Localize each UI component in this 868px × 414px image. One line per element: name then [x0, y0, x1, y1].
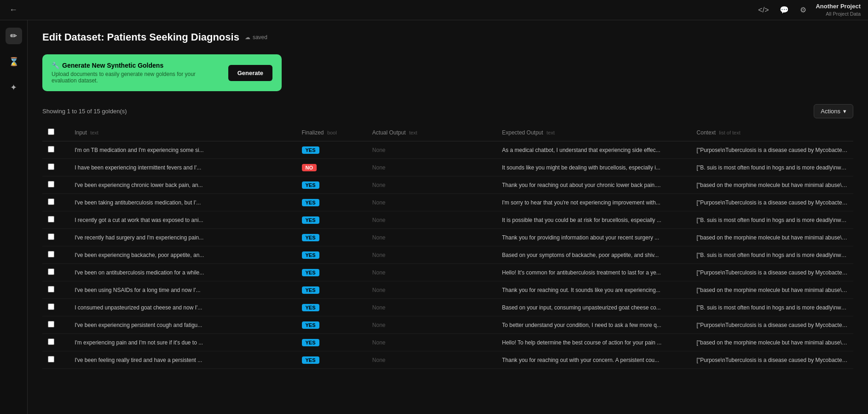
- cell-context: ["based on the morphine molecule but hav…: [697, 182, 848, 188]
- showing-text: Showing 1 to 15 of 15 golden(s): [42, 108, 127, 115]
- sidebar-item-history[interactable]: ⌛: [6, 53, 22, 70]
- col-expected: Expected Output text: [497, 124, 691, 141]
- project-info: Another Project All Project Data: [816, 3, 861, 17]
- cell-input: I'm on TB medication and I'm experiencin…: [75, 147, 290, 153]
- actions-button[interactable]: Actions ▾: [814, 104, 853, 118]
- cell-input: I've been experiencing persistent cough …: [75, 322, 290, 328]
- finalized-badge: YES: [302, 199, 319, 206]
- cell-input: I've been feeling really tired and have …: [75, 357, 290, 363]
- top-bar: ← </> 💬 ⚙ Another Project All Project Da…: [0, 0, 868, 20]
- cell-context: ["B. suis is most often found in hogs an…: [697, 164, 848, 171]
- cell-expected: Thank you for providing information abou…: [502, 234, 686, 241]
- row-checkbox[interactable]: [48, 356, 54, 362]
- generate-button[interactable]: Generate: [228, 65, 272, 81]
- table-row[interactable]: I've been feeling really tired and have …: [42, 351, 853, 369]
- cell-input: I've recently had surgery and I'm experi…: [75, 234, 290, 241]
- cell-expected: Thank you for reaching out with your con…: [502, 357, 686, 363]
- table-row[interactable]: I've been using NSAIDs for a long time a…: [42, 281, 853, 299]
- cell-context: ["based on the morphine molecule but hav…: [697, 287, 848, 293]
- col-finalized: Finalized bool: [296, 124, 367, 141]
- table-row[interactable]: I've been experiencing backache, poor ap…: [42, 246, 853, 264]
- table-controls: Showing 1 to 15 of 15 golden(s) Actions …: [42, 104, 853, 118]
- cell-expected: As a medical chatbot, I understand that …: [502, 147, 686, 153]
- finalized-badge: YES: [302, 234, 319, 241]
- row-checkbox[interactable]: [48, 303, 54, 310]
- table-row[interactable]: I have been experiencing intermittent fe…: [42, 159, 853, 176]
- row-checkbox[interactable]: [48, 251, 54, 257]
- row-checkbox[interactable]: [48, 286, 54, 292]
- table-row[interactable]: I've been taking antituberculosis medica…: [42, 194, 853, 211]
- chevron-down-icon: ▾: [843, 108, 846, 115]
- row-checkbox[interactable]: [48, 216, 54, 222]
- col-input: Input text: [69, 124, 296, 141]
- row-checkbox[interactable]: [48, 338, 54, 345]
- row-checkbox[interactable]: [48, 181, 54, 187]
- project-name: Another Project: [816, 3, 861, 11]
- table-row[interactable]: I consumed unpasteurized goat cheese and…: [42, 299, 853, 316]
- cell-context: ["based on the morphine molecule but hav…: [697, 339, 848, 346]
- col-finalized-type: bool: [327, 130, 337, 135]
- cell-actual: None: [372, 357, 491, 363]
- table-row[interactable]: I'm experiencing pain and I'm not sure i…: [42, 334, 853, 351]
- saved-label: saved: [253, 34, 267, 41]
- main-layout: ✏ ⌛ ✦ Edit Dataset: Patients Seeking Dia…: [0, 20, 868, 414]
- finalized-badge: YES: [302, 251, 319, 259]
- cell-context: ["B. suis is most often found in hogs an…: [697, 304, 848, 311]
- project-sub: All Project Data: [816, 11, 861, 17]
- cell-expected: It is possible that you could be at risk…: [502, 217, 686, 223]
- generate-card-desc: Upload documents to easily generate new …: [52, 71, 199, 84]
- finalized-badge: YES: [302, 339, 319, 346]
- code-button[interactable]: </>: [756, 4, 770, 16]
- cell-actual: None: [372, 182, 491, 188]
- row-checkbox[interactable]: [48, 198, 54, 205]
- cell-input: I've been experiencing backache, poor ap…: [75, 252, 290, 258]
- finalized-badge: YES: [302, 356, 319, 364]
- cell-input: I've been on antituberculosis medication…: [75, 269, 290, 276]
- data-table: Input text Finalized bool Actual Output …: [42, 124, 853, 369]
- finalized-badge: YES: [302, 181, 319, 189]
- cell-context: ["Purpose\nTuberculosis is a disease cau…: [697, 269, 848, 276]
- table-row[interactable]: I've been experiencing persistent cough …: [42, 316, 853, 334]
- row-checkbox[interactable]: [48, 163, 54, 170]
- wrench-icon: 🔧: [52, 62, 59, 69]
- page-title: Edit Dataset: Patients Seeking Diagnosis: [42, 31, 239, 43]
- finalized-badge: YES: [302, 304, 319, 311]
- actions-label: Actions: [821, 108, 840, 115]
- col-actual-type: text: [409, 130, 417, 135]
- cell-actual: None: [372, 339, 491, 346]
- sidebar-item-magic[interactable]: ✦: [6, 79, 22, 96]
- row-checkbox[interactable]: [48, 321, 54, 327]
- finalized-badge: NO: [302, 164, 317, 171]
- page-header: Edit Dataset: Patients Seeking Diagnosis…: [42, 31, 853, 43]
- table-row[interactable]: I've been experiencing chronic lower bac…: [42, 176, 853, 194]
- cell-actual: None: [372, 252, 491, 258]
- table-body: I'm on TB medication and I'm experiencin…: [42, 141, 853, 369]
- row-checkbox[interactable]: [48, 146, 54, 152]
- cell-actual: None: [372, 234, 491, 241]
- table-row[interactable]: I've recently had surgery and I'm experi…: [42, 229, 853, 246]
- cell-context: ["B. suis is most often found in hogs an…: [697, 252, 848, 258]
- discord-button[interactable]: 💬: [778, 4, 791, 16]
- settings-button[interactable]: ⚙: [798, 4, 808, 16]
- table-header: Input text Finalized bool Actual Output …: [42, 124, 853, 141]
- cell-context: ["based on the morphine molecule but hav…: [697, 234, 848, 241]
- cell-context: ["Purpose\nTuberculosis is a disease cau…: [697, 147, 848, 153]
- table-row[interactable]: I'm on TB medication and I'm experiencin…: [42, 141, 853, 159]
- cell-input: I've been experiencing chronic lower bac…: [75, 182, 290, 188]
- row-checkbox[interactable]: [48, 268, 54, 275]
- cell-actual: None: [372, 147, 491, 153]
- table-row[interactable]: I recently got a cut at work that was ex…: [42, 211, 853, 229]
- back-button[interactable]: ←: [7, 3, 19, 17]
- saved-badge: ☁ saved: [245, 34, 267, 41]
- top-bar-left: ←: [7, 3, 19, 17]
- cell-expected: Thank you for reaching out. It sounds li…: [502, 287, 686, 293]
- cell-input: I recently got a cut at work that was ex…: [75, 217, 290, 223]
- content-area: Edit Dataset: Patients Seeking Diagnosis…: [28, 20, 868, 414]
- table-row[interactable]: I've been on antituberculosis medication…: [42, 264, 853, 281]
- select-all-checkbox[interactable]: [48, 128, 54, 135]
- sidebar-item-edit[interactable]: ✏: [6, 28, 22, 44]
- cell-input: I consumed unpasteurized goat cheese and…: [75, 304, 290, 311]
- row-checkbox[interactable]: [48, 233, 54, 240]
- generate-card-title: 🔧 Generate New Synthetic Goldens: [52, 62, 199, 69]
- cell-context: ["Purpose\nTuberculosis is a disease cau…: [697, 199, 848, 206]
